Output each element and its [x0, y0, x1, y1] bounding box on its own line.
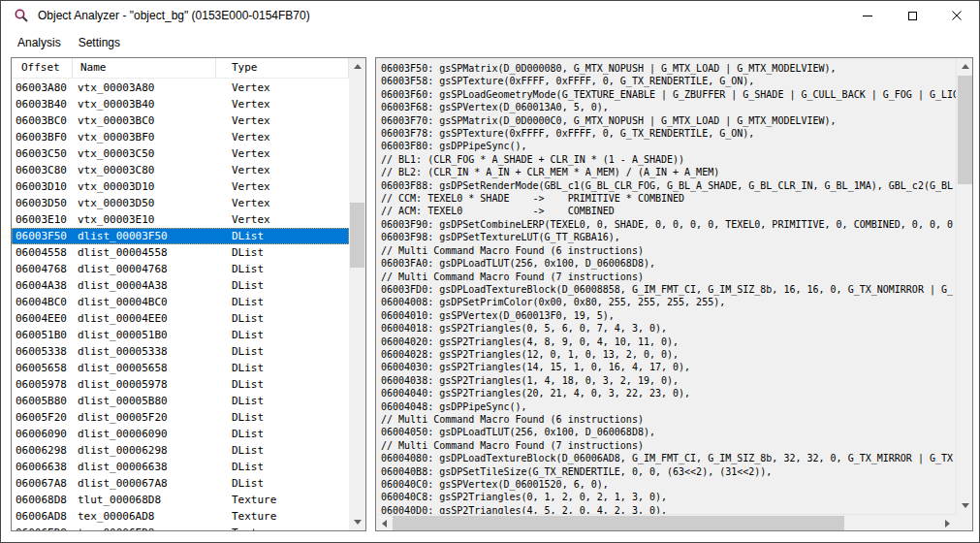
row-type: DList: [216, 459, 349, 475]
disassembly-vscrollbar[interactable]: [956, 58, 972, 514]
table-row[interactable]: 06006298 dlist_00006298 DList: [12, 442, 349, 459]
row-name: dlist_00005658: [73, 360, 216, 376]
table-row[interactable]: 060068D8 tlut_000068D8 Texture: [12, 492, 349, 508]
code-line: // ACM: TEXEL0 -> COMBINED: [381, 205, 956, 217]
scroll-left-button[interactable]: [376, 515, 393, 531]
caption-buttons: [845, 1, 979, 30]
table-row[interactable]: 06003F50 dlist_00003F50 DList: [12, 228, 349, 244]
table-row[interactable]: 06005338 dlist_00005338 DList: [12, 343, 349, 360]
row-name: vtx_00003BF0: [73, 129, 216, 145]
title-bar[interactable]: Object Analyzer - "object_bg" (0153E000-…: [1, 1, 979, 30]
row-offset: 06005338: [12, 343, 73, 360]
object-list-panel: Offset Name Type 06003A80 vtx_00003A80 V…: [11, 57, 366, 531]
scrollbar-thumb[interactable]: [350, 203, 364, 268]
table-row[interactable]: 06006090 dlist_00006090 DList: [12, 426, 349, 442]
row-name: dlist_00006298: [73, 442, 216, 459]
code-line: 06003F98: gsDPSetTextureLUT(G_TT_RGBA16)…: [381, 231, 956, 243]
table-row[interactable]: 06003C80 vtx_00003C80 Vertex: [12, 162, 349, 178]
scroll-up-button[interactable]: [349, 58, 365, 75]
table-row[interactable]: 06005978 dlist_00005978 DList: [12, 376, 349, 393]
table-row[interactable]: 06004558 dlist_00004558 DList: [12, 244, 349, 261]
column-header-offset[interactable]: Offset: [12, 58, 73, 78]
row-type: DList: [216, 327, 349, 343]
table-row[interactable]: 060051B0 dlist_000051B0 DList: [12, 327, 349, 343]
table-row[interactable]: 06005B80 dlist_00005B80 DList: [12, 393, 349, 409]
row-offset: 06006298: [12, 442, 73, 459]
code-line: 06003F68: gsSPVertex(D_060013A0, 5, 0),: [381, 101, 956, 113]
code-line: 06004080: gsDPLoadTextureBlock(D_06006AD…: [381, 452, 956, 464]
scrollbar-thumb[interactable]: [958, 76, 972, 184]
scrollbar-thumb[interactable]: [393, 516, 844, 530]
row-name: dlist_000067A8: [73, 475, 216, 492]
row-type: Vertex: [216, 195, 349, 211]
table-row[interactable]: 06004768 dlist_00004768 DList: [12, 261, 349, 277]
code-line: 06004040: gsSP2Triangles(20, 21, 4, 0, 3…: [381, 387, 956, 399]
menu-analysis[interactable]: Analysis: [9, 30, 70, 56]
table-row[interactable]: 06003C50 vtx_00003C50 Vertex: [12, 145, 349, 162]
table-row[interactable]: 060067A8 dlist_000067A8 DList: [12, 475, 349, 492]
minimize-button[interactable]: [845, 1, 890, 30]
column-header-type[interactable]: Type: [216, 58, 349, 78]
row-type: DList: [216, 343, 349, 360]
column-header-name[interactable]: Name: [73, 58, 216, 78]
table-row[interactable]: 06003D10 vtx_00003D10 Vertex: [12, 178, 349, 195]
magnifier-icon: [14, 8, 29, 23]
table-row[interactable]: 06005F20 dlist_00005F20 DList: [12, 409, 349, 426]
table-row[interactable]: 06003B40 vtx_00003B40 Vertex: [12, 96, 349, 112]
row-offset: 06006ED8: [12, 525, 73, 530]
chevron-right-icon: [945, 520, 950, 527]
code-line: 06003FA0: gsDPLoadTLUT(256, 0x100, D_060…: [381, 257, 956, 270]
table-row[interactable]: 06003BC0 vtx_00003BC0 Vertex: [12, 112, 349, 129]
code-line: // BL1: (CLR_FOG * A_SHADE + CLR_IN * (1…: [381, 153, 956, 166]
row-name: tex_00006AD8: [73, 508, 216, 525]
row-type: Vertex: [216, 129, 349, 145]
code-line: 06003F60: gsSPLoadGeometryMode(G_TEXTURE…: [381, 88, 956, 101]
table-row[interactable]: 06003D50 vtx_00003D50 Vertex: [12, 195, 349, 211]
table-row[interactable]: 06004BC0 dlist_00004BC0 DList: [12, 294, 349, 310]
row-type: DList: [216, 442, 349, 459]
table-row[interactable]: 06003BF0 vtx_00003BF0 Vertex: [12, 129, 349, 145]
code-line: 06003F70: gsSPMatrix(D_0D0000C0, G_MTX_N…: [381, 114, 956, 127]
row-offset: 06003BC0: [12, 112, 73, 129]
table-row[interactable]: 06003A80 vtx_00003A80 Vertex: [12, 80, 349, 96]
code-line: 06004048: gsDPPipeSync(),: [381, 400, 956, 413]
row-offset: 06006090: [12, 426, 73, 442]
row-name: dlist_00005978: [73, 376, 216, 393]
row-offset: 06004EE0: [12, 310, 73, 327]
row-type: DList: [216, 244, 349, 261]
row-type: DList: [216, 294, 349, 310]
object-analyzer-window: Object Analyzer - "object_bg" (0153E000-…: [0, 0, 980, 543]
scroll-down-button[interactable]: [957, 497, 973, 514]
chevron-down-icon: [962, 503, 969, 508]
row-offset: 060068D8: [12, 492, 73, 508]
row-offset: 06005F20: [12, 409, 73, 426]
table-row[interactable]: 06004EE0 dlist_00004EE0 DList: [12, 310, 349, 327]
code-line: 06004008: gsDPSetPrimColor(0x00, 0x80, 2…: [381, 296, 956, 308]
row-offset: 06005B80: [12, 393, 73, 409]
code-line: 06003F78: gsSPTexture(0xFFFF, 0xFFFF, 0,…: [381, 127, 956, 140]
table-row[interactable]: 06006AD8 tex_00006AD8 Texture: [12, 508, 349, 525]
row-offset: 06003B40: [12, 96, 73, 112]
table-row[interactable]: 06006638 dlist_00006638 DList: [12, 459, 349, 475]
scroll-up-button[interactable]: [957, 58, 973, 75]
table-row[interactable]: 06006ED8 tex_00006ED8 Texture: [12, 525, 349, 530]
scroll-right-button[interactable]: [939, 515, 956, 531]
row-type: Vertex: [216, 162, 349, 178]
scroll-down-button[interactable]: [349, 514, 365, 530]
row-type: Texture: [216, 508, 349, 525]
row-type: Texture: [216, 492, 349, 508]
code-line: // Multi Command Macro Found (6 instruct…: [381, 413, 956, 426]
row-type: DList: [216, 310, 349, 327]
disassembly-hscrollbar[interactable]: [376, 514, 956, 530]
table-row[interactable]: 06004A38 dlist_00004A38 DList: [12, 277, 349, 294]
table-row[interactable]: 06005658 dlist_00005658 DList: [12, 360, 349, 376]
row-type: DList: [216, 277, 349, 294]
object-list-scrollbar[interactable]: [349, 58, 365, 530]
maximize-button[interactable]: [890, 1, 934, 30]
close-button[interactable]: [934, 1, 979, 30]
menu-settings[interactable]: Settings: [70, 30, 129, 56]
disassembly-text[interactable]: 06003F50: gsSPMatrix(D_0D000080, G_MTX_N…: [376, 58, 956, 514]
disassembly-panel: 06003F50: gsSPMatrix(D_0D000080, G_MTX_N…: [375, 57, 973, 531]
minimize-icon: [863, 16, 872, 16]
table-row[interactable]: 06003E10 vtx_00003E10 Vertex: [12, 211, 349, 228]
